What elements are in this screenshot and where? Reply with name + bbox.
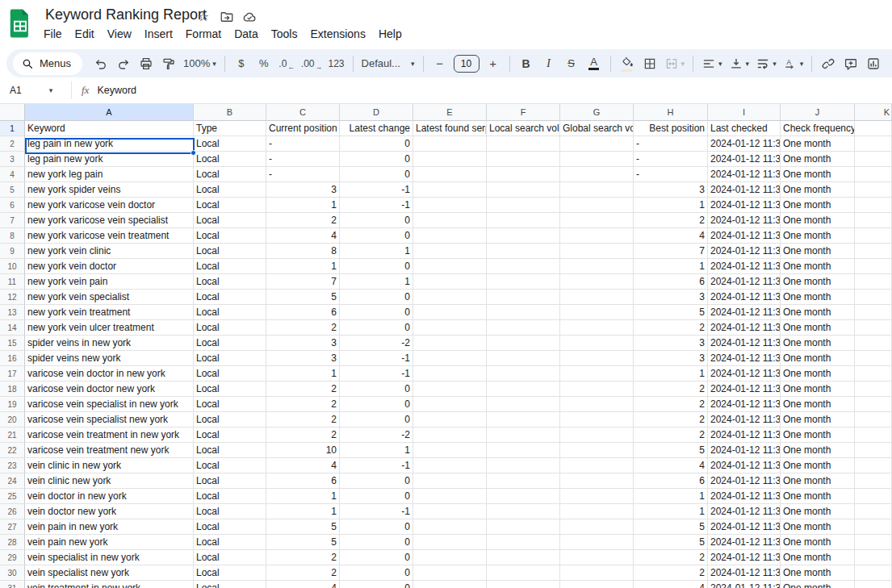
cell[interactable]: 1 — [266, 259, 340, 274]
cell[interactable]: Best position — [634, 121, 708, 136]
cell[interactable]: Local — [194, 198, 266, 213]
formula-input[interactable]: Keyword — [97, 85, 136, 96]
menu-format[interactable]: Format — [179, 25, 228, 43]
cell[interactable]: 0 — [340, 320, 413, 336]
cell[interactable]: 2 — [266, 320, 340, 336]
undo-button[interactable] — [90, 53, 111, 74]
menu-edit[interactable]: Edit — [69, 25, 101, 43]
cell[interactable] — [487, 443, 560, 458]
cell[interactable]: new york vein treatment — [25, 305, 194, 320]
cell[interactable] — [855, 443, 892, 458]
cell[interactable]: 1 — [340, 443, 413, 458]
borders-button[interactable] — [639, 53, 660, 74]
cell[interactable]: 2024-01-12 11:3 — [708, 550, 781, 565]
cell[interactable] — [487, 136, 560, 152]
menu-file[interactable]: File — [37, 25, 69, 43]
vertical-align-button[interactable]: ▾ — [727, 53, 752, 74]
cell[interactable] — [413, 305, 487, 320]
cell[interactable] — [560, 458, 634, 473]
row-header-30[interactable]: 30 — [0, 565, 25, 581]
redo-button[interactable] — [113, 53, 134, 74]
cell[interactable]: 2 — [266, 550, 340, 565]
cell[interactable] — [413, 136, 487, 152]
cell[interactable]: vein doctor in new york — [25, 489, 194, 504]
cell[interactable] — [413, 213, 487, 228]
cell[interactable]: - — [634, 152, 708, 167]
cell[interactable]: Local — [194, 228, 266, 244]
cell[interactable]: - — [266, 152, 340, 167]
cell[interactable]: 1 — [340, 274, 413, 290]
cell[interactable]: vein specialist in new york — [25, 550, 194, 565]
cell[interactable]: 6 — [266, 305, 340, 320]
cell[interactable]: Local — [194, 244, 266, 259]
cell[interactable]: One month — [781, 581, 855, 588]
cell[interactable] — [487, 412, 560, 427]
cell[interactable] — [560, 259, 634, 274]
cell[interactable] — [413, 581, 487, 588]
row-header-13[interactable]: 13 — [0, 305, 25, 320]
cell[interactable]: 3 — [266, 336, 340, 351]
cell[interactable] — [855, 397, 892, 412]
move-folder-icon[interactable] — [220, 10, 234, 24]
cell[interactable]: 5 — [634, 519, 708, 535]
cell[interactable] — [855, 213, 892, 228]
cell[interactable]: One month — [781, 305, 855, 320]
cell[interactable]: One month — [781, 473, 855, 489]
cell[interactable]: varicose vein doctor new york — [25, 382, 194, 397]
cell[interactable] — [855, 259, 892, 274]
cell[interactable] — [487, 274, 560, 290]
cell[interactable]: One month — [781, 565, 855, 581]
cell[interactable]: 4 — [266, 228, 340, 244]
row-header-7[interactable]: 7 — [0, 213, 25, 228]
cell[interactable] — [413, 412, 487, 427]
cell[interactable]: One month — [781, 489, 855, 504]
horizontal-align-button[interactable]: ▾ — [699, 53, 725, 74]
cell[interactable]: 2024-01-12 11:3 — [708, 167, 781, 182]
cell[interactable] — [855, 550, 892, 565]
cell[interactable]: new york vein clinic — [25, 244, 194, 259]
cloud-saved-icon[interactable] — [242, 10, 257, 24]
cell[interactable] — [560, 228, 634, 244]
cell[interactable] — [413, 535, 487, 550]
cell[interactable]: varicose vein treatment new york — [25, 443, 194, 458]
cell[interactable] — [855, 366, 892, 382]
insert-comment-button[interactable] — [840, 53, 861, 74]
paint-format-button[interactable] — [158, 53, 179, 74]
cell[interactable]: vein pain in new york — [25, 519, 194, 535]
cell[interactable] — [560, 244, 634, 259]
cell[interactable]: 2024-01-12 11:3 — [708, 504, 781, 519]
cell[interactable]: 0 — [340, 136, 413, 152]
merge-cells-button[interactable]: ▾ — [662, 53, 688, 74]
cell[interactable]: 0 — [340, 550, 413, 565]
cell[interactable]: 2024-01-12 11:3 — [708, 366, 781, 382]
cell[interactable]: 0 — [340, 565, 413, 581]
cell[interactable]: Local — [194, 305, 266, 320]
cell[interactable] — [560, 489, 634, 504]
cell[interactable]: 1 — [634, 259, 708, 274]
cell[interactable]: 6 — [634, 473, 708, 489]
cell[interactable]: One month — [781, 535, 855, 550]
cell[interactable]: Local — [194, 320, 266, 336]
cell[interactable]: new york varicose vein treatment — [25, 228, 194, 244]
cell[interactable]: 0 — [340, 228, 413, 244]
cell[interactable]: 2 — [266, 412, 340, 427]
cell[interactable]: - — [266, 167, 340, 182]
cell[interactable] — [487, 198, 560, 213]
cell[interactable] — [560, 336, 634, 351]
cell[interactable] — [855, 290, 892, 305]
cell[interactable]: 3 — [634, 336, 708, 351]
cell[interactable]: -1 — [340, 198, 413, 213]
cell[interactable]: 0 — [340, 259, 413, 274]
cell[interactable]: new york spider veins — [25, 182, 194, 198]
cell[interactable] — [413, 274, 487, 290]
cell[interactable]: varicose vein treatment in new york — [25, 427, 194, 443]
cell[interactable]: Local — [194, 473, 266, 489]
cell[interactable]: 2024-01-12 11:3 — [708, 259, 781, 274]
font-size-input[interactable]: 10 — [454, 55, 480, 73]
row-header-10[interactable]: 10 — [0, 259, 25, 274]
text-color-button[interactable]: A — [584, 53, 605, 74]
cell[interactable]: -1 — [340, 182, 413, 198]
cell[interactable]: One month — [781, 290, 855, 305]
cell[interactable]: 2 — [634, 427, 708, 443]
cell[interactable]: 2024-01-12 11:3 — [708, 382, 781, 397]
